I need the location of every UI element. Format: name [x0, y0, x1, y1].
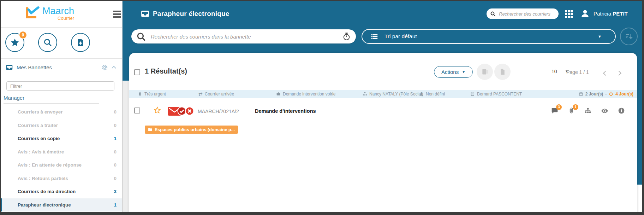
basket-search-input[interactable] [150, 33, 338, 40]
basket-count: 0 [114, 123, 117, 128]
user-menu[interactable]: Patricia PETIT [580, 8, 628, 18]
new-document-button[interactable] [71, 33, 90, 52]
stopwatch-icon[interactable] [342, 32, 351, 41]
basket-filter-input[interactable] [6, 81, 114, 91]
pagination-label: Page 1 / 1 [566, 69, 589, 75]
calendar-icon [579, 92, 583, 96]
sidebar-item-courriers-a-traiter[interactable]: Courriers à traiter0 [1, 119, 122, 132]
stopwatch-icon [609, 92, 613, 96]
folder-tag[interactable]: Espaces publics urbains (domaine p... [145, 126, 238, 134]
logo-row: Maarch Courrier [1, 1, 122, 28]
document-plus-icon [76, 38, 85, 47]
star-icon [10, 37, 20, 47]
attachments-button[interactable]: 1 [568, 107, 575, 115]
scrollbar-track[interactable] [123, 81, 129, 213]
sort-descending-icon [625, 33, 633, 40]
result-row[interactable]: MAARCH/2021A/2 Demande d'interventions 3… [129, 98, 637, 138]
basket-search [131, 29, 356, 43]
meta-delays: 2 Jour(s) - 4 Jour(s) [579, 90, 633, 98]
folder-icon [148, 127, 153, 132]
basket-count: 1 [114, 202, 117, 208]
sidebar-item-parapheur-electronique[interactable]: Parapheur électronique1 [1, 198, 122, 212]
preview-eye-button[interactable] [601, 107, 608, 115]
basket-list: Courriers à envoyer0 Courriers à traiter… [1, 105, 122, 211]
collapse-chevron-icon[interactable] [112, 66, 116, 70]
sidebar-item-avis-a-emettre[interactable]: Avis : Avis à émettre0 [1, 145, 122, 159]
basket-count: 0 [114, 162, 117, 168]
meta-contact: Bernard PASCONTENT [470, 90, 522, 98]
sitemap-icon [363, 92, 367, 96]
search-button[interactable] [38, 33, 57, 52]
sidebar-item-courriers-a-envoyer[interactable]: Courriers à envoyer0 [1, 105, 122, 119]
info-button[interactable] [618, 107, 625, 115]
basket-count: 0 [114, 176, 117, 181]
global-search-input[interactable] [498, 11, 551, 17]
maarch-logo[interactable]: Maarch Courrier [25, 6, 74, 21]
sidebar-item-courriers-en-copie[interactable]: Courriers en copie1 [1, 132, 122, 145]
swap-arrows-icon: ⇄ [198, 92, 203, 96]
app-window: Maarch Courrier 0 [0, 0, 644, 215]
processing-delay: 2 Jour(s) [585, 92, 603, 97]
meta-category: ⇄ Courrier arrivée [198, 90, 234, 98]
brand-name: Maarch [42, 6, 74, 16]
briefcase-icon [276, 92, 281, 96]
previous-page-button[interactable] [603, 71, 608, 76]
document-subject: Demande d'interventions [255, 108, 316, 114]
person-icon [419, 92, 424, 96]
sidebar: Maarch Courrier 0 [1, 1, 123, 212]
results-count: 1 Résultat(s) [145, 67, 187, 75]
diffusion-list-button[interactable] [584, 107, 591, 115]
sort-selected-value: Tri par défaut [384, 33, 417, 40]
refused-x-icon [185, 106, 194, 116]
actions-button[interactable]: Actions ▼ [434, 66, 473, 78]
sidebar-item-courriers-de-ma-direction[interactable]: Courriers de ma direction3 [1, 185, 122, 198]
notes-button[interactable]: 3 [551, 107, 558, 115]
search-icon [136, 32, 146, 41]
paperclip-icon [138, 92, 142, 96]
basket-count: 0 [114, 109, 117, 115]
page-title: Parapheur électronique [153, 10, 229, 18]
address-book-icon [470, 92, 475, 96]
chevron-down-icon: ▼ [462, 70, 465, 74]
sidebar-item-avis-en-attente[interactable]: Avis : En attente de réponse0 [1, 158, 122, 172]
basket-group-title: Manager [4, 95, 99, 104]
right-gutter [637, 81, 644, 185]
next-page-button[interactable] [616, 71, 621, 76]
gear-icon[interactable] [101, 64, 108, 71]
row-actions: 3 1 [551, 107, 625, 115]
baskets-panel-header: Mes Bannettes [6, 64, 118, 71]
select-all-checkbox[interactable] [134, 69, 140, 75]
meta-entity: Nancy NATALY (Pôle Social) [363, 90, 423, 98]
chevron-down-icon: ▼ [598, 35, 602, 38]
document-reference: MAARCH/2021A/2 [198, 109, 239, 114]
favorite-star-icon[interactable] [153, 106, 161, 114]
followed-count-badge: 0 [19, 31, 27, 39]
basket-count: 0 [114, 149, 117, 155]
row-checkbox[interactable] [134, 108, 140, 114]
followed-documents-button[interactable]: 0 [5, 33, 24, 52]
basket-count: 3 [114, 189, 117, 194]
meta-priority: Très urgent [138, 90, 166, 98]
results-card: 1 Résultat(s) Actions ▼ 10 ▼ Page 1 / 1 … [129, 53, 637, 214]
signature-status-indicator [168, 106, 196, 116]
search-icon [43, 38, 52, 47]
export-button[interactable] [494, 64, 511, 80]
sidebar-item-avis-retours-partiels[interactable]: Avis : Retours partiels0 [1, 172, 122, 185]
meta-doctype: Demande intervention voirie [276, 90, 335, 98]
summary-sheet-button[interactable] [477, 64, 493, 80]
basket-count: 1 [114, 136, 117, 141]
baskets-panel-title: Mes Bannettes [17, 64, 52, 70]
notes-count-badge: 3 [556, 104, 562, 110]
maarch-logo-icon [25, 6, 40, 20]
sidebar-divider [1, 58, 122, 59]
meta-assignee: Non défini [419, 90, 445, 98]
sort-direction-button[interactable] [620, 28, 638, 45]
menu-toggle-icon[interactable] [113, 11, 121, 19]
apps-grid-icon[interactable] [565, 10, 573, 18]
inbox-tray-icon [141, 9, 150, 18]
user-avatar-icon [580, 8, 590, 18]
attachments-count-badge: 1 [573, 104, 578, 110]
user-first-name: Patricia [594, 11, 611, 17]
sort-select[interactable]: Tri par défaut ▼ [362, 29, 616, 44]
remaining-delay: 4 Jour(s) [615, 92, 633, 97]
